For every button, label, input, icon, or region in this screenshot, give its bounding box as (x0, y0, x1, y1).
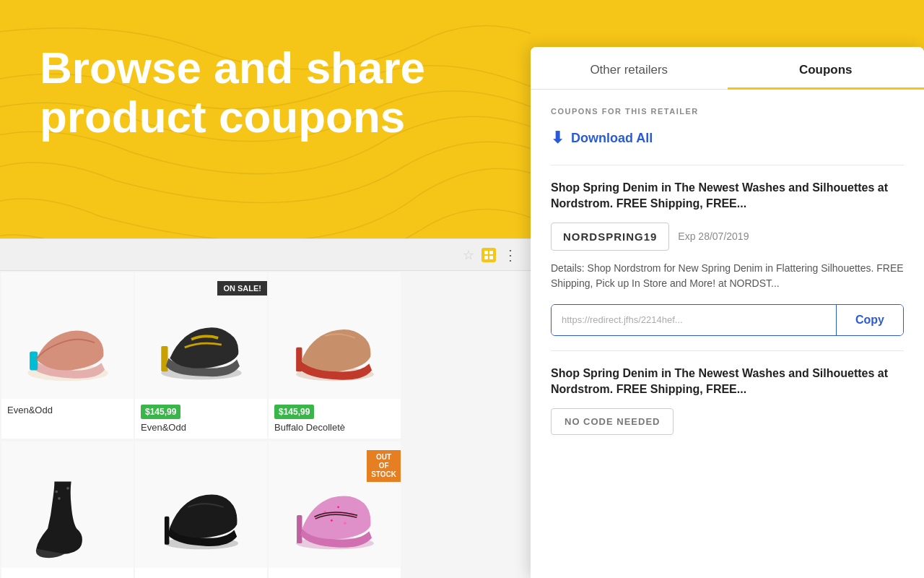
panel-content: COUPONS FOR THIS RETAILER ⬇ Download All… (531, 90, 924, 578)
product-card: OUTOFSTOCK (269, 441, 401, 578)
price-badge: $145,99 (141, 405, 180, 419)
svg-point-18 (337, 506, 339, 508)
tab-coupons[interactable]: Coupons (728, 47, 925, 89)
coupon-item-2: Shop Spring Denim in The Newest Washes a… (551, 366, 904, 435)
hero-title: Browse and share product coupons (40, 43, 458, 142)
star-icon[interactable]: ☆ (463, 247, 474, 263)
product-card (135, 441, 267, 578)
coupon-expiry: Exp 28/07/2019 (678, 230, 749, 242)
copy-button[interactable]: Copy (836, 305, 903, 335)
download-all-button[interactable]: ⬇ Download All (551, 129, 653, 147)
product-card: $145,99 Buffalo Decolletè (269, 272, 401, 439)
svg-rect-5 (30, 351, 38, 370)
product-card: Even&Odd (1, 272, 134, 439)
product-name: Even&Odd (141, 422, 261, 433)
out-of-stock-badge: OUTOFSTOCK (367, 450, 401, 482)
svg-point-12 (58, 497, 61, 500)
svg-rect-3 (489, 256, 493, 259)
divider (551, 165, 904, 165)
svg-rect-16 (297, 515, 302, 543)
coupon-details: Details: Shop Nordstrom for New Spring D… (551, 261, 904, 291)
svg-rect-14 (164, 517, 169, 545)
product-name: Even&Odd (7, 405, 128, 415)
price-badge: $145,99 (274, 405, 314, 419)
coupons-panel: Other retailers Coupons COUPONS FOR THIS… (531, 47, 924, 578)
tab-other-retailers[interactable]: Other retailers (531, 47, 728, 89)
coupon-title: Shop Spring Denim in The Newest Washes a… (551, 180, 904, 212)
extension-icon[interactable] (481, 248, 496, 262)
on-sale-badge: ON SALE! (217, 281, 267, 296)
tabs-container: Other retailers Coupons (531, 47, 924, 90)
menu-dots-icon[interactable]: ⋮ (503, 246, 519, 264)
divider-2 (551, 350, 904, 351)
svg-rect-7 (161, 346, 167, 371)
svg-rect-0 (484, 251, 488, 254)
svg-point-10 (55, 491, 58, 493)
coupon-url-input[interactable] (552, 305, 836, 335)
coupon-code-row: NORDSPRING19 Exp 28/07/2019 (551, 223, 904, 251)
product-name: Buffalo Decolletè (274, 422, 395, 433)
download-icon: ⬇ (551, 129, 564, 147)
product-card: ON SALE! $145,99 (135, 272, 267, 439)
svg-rect-2 (484, 256, 488, 259)
browser-toolbar: ☆ ⋮ (0, 239, 531, 271)
no-code-badge: NO CODE NEEDED (551, 408, 674, 435)
svg-point-21 (344, 522, 346, 525)
svg-point-20 (330, 519, 332, 522)
section-label: COUPONS FOR THIS RETAILER (551, 107, 904, 116)
product-card (1, 441, 134, 578)
svg-rect-9 (296, 348, 302, 371)
svg-rect-1 (489, 251, 493, 254)
svg-point-11 (66, 487, 69, 490)
download-all-label: Download All (571, 131, 653, 146)
coupon-url-row: Copy (551, 304, 904, 336)
coupon-item: Shop Spring Denim in The Newest Washes a… (551, 180, 904, 336)
coupon-title-2: Shop Spring Denim in The Newest Washes a… (551, 366, 904, 398)
coupon-code: NORDSPRING19 (551, 223, 669, 251)
